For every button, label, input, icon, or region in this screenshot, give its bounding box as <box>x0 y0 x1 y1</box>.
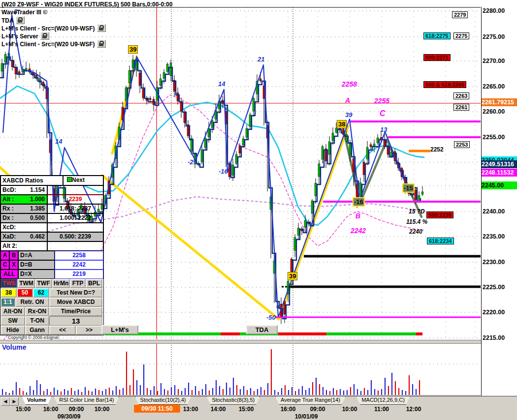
volume-bars <box>2 349 420 395</box>
title-line-1: WaveTrader III © <box>1 8 172 16</box>
price-target-label: 2261 <box>453 104 469 111</box>
price-tick: 2280.00 <box>483 7 505 14</box>
price-tick: 2275.00 <box>483 33 505 40</box>
panel-button-t-on[interactable]: T-ON <box>25 316 49 326</box>
time-tick: 14:00 <box>211 406 226 413</box>
tab-stochastic-10-2-4-[interactable]: Stochastic(10(2),4) <box>135 396 192 405</box>
ratio-row-target: 2239 <box>47 195 103 204</box>
panel-button-38[interactable]: 38 <box>0 288 17 298</box>
chart-annotation: C <box>380 109 386 118</box>
volume-gridlines <box>0 343 481 395</box>
tab-volume[interactable]: Volume <box>22 396 52 405</box>
price-target-label: 500 & 618:2265 <box>423 81 466 88</box>
panel-button-tws[interactable]: TWS <box>0 279 18 288</box>
title-line-text: L+M's Server <box>1 33 38 40</box>
next-target-swatch-icon <box>67 177 72 182</box>
price-badge: 2249.51316 <box>481 160 517 168</box>
panel-button-alt-on[interactable]: Alt-ON <box>0 307 25 316</box>
tab-rsi-color-line-bar-14-[interactable]: RSI Color Line Bar(14) <box>54 396 119 405</box>
title-line-2: TDA <box>1 16 172 24</box>
title-line-text: (W20 Z9-WSF - WIG20 INDEX FUTURES,5) 500… <box>1 1 172 8</box>
time-tick: 10:00 <box>95 406 110 413</box>
price-axis[interactable]: 2280.002275.002270.002265.002260.002255.… <box>481 0 517 420</box>
chart-annotation: 21 <box>258 56 264 63</box>
volume-canvas <box>0 343 481 396</box>
price-target-label: 618:2275 <box>423 32 451 39</box>
lock-icon[interactable] <box>97 40 106 48</box>
chart-annotation: 14 <box>218 80 225 88</box>
point-badge[interactable]: ALL <box>0 270 18 279</box>
point-badge[interactable]: X <box>9 260 18 270</box>
price-badge: 2261.79215 <box>481 98 517 106</box>
time-tick: 09:00 <box>310 406 325 413</box>
ratio-row-label: Dx :0.500 <box>0 213 47 223</box>
lock-icon[interactable] <box>97 24 106 32</box>
time-tick: 11:00 <box>374 406 389 413</box>
panel-button-test-new-d-[interactable]: Test New D=? <box>49 288 102 298</box>
panel-button-rx-on[interactable]: Rx-ON <box>25 307 49 316</box>
ratio-row-label: Alt 2: <box>0 241 47 251</box>
chart-annotation: 2242 <box>351 227 366 235</box>
time-tick: 16:00 <box>43 406 59 413</box>
time-tick: 15:00 <box>239 406 254 413</box>
xabcd-ratios-panel[interactable]: XABCD RatiosNext TargetBcD:1.154Alt :1.0… <box>0 175 104 335</box>
price-tick: 2270.00 <box>483 58 505 64</box>
point-badge[interactable]: A <box>0 251 9 260</box>
panel-button-gann[interactable]: Gann <box>25 326 49 335</box>
panel-button--[interactable]: << <box>49 326 76 335</box>
chart-annotation: 39 <box>345 111 352 119</box>
ratio-row-label: BcD:1.154 <box>0 185 47 195</box>
chart-annotation: -50 <box>266 314 276 321</box>
price-tick: 2240.00 <box>483 208 505 215</box>
title-line-text: L+M's Client - Src=(W20 U9-WSF) <box>1 25 95 32</box>
tab-scroll-right-icon[interactable]: ▶ <box>10 397 19 406</box>
panel-button-13[interactable]: 13 <box>49 316 102 326</box>
lock-icon[interactable] <box>40 32 49 40</box>
price-tick: 2225.00 <box>483 284 505 291</box>
panel-button-twm[interactable]: TWM <box>18 279 35 288</box>
point-badge[interactable]: B <box>9 251 18 260</box>
panel-button-hide[interactable]: Hide <box>0 326 25 335</box>
tab-stochastic-8-3-5-[interactable]: Stochastic(8(3),5) <box>206 396 260 405</box>
panel-button-ftp[interactable]: FTP <box>70 279 86 288</box>
time-tick: 10:00 <box>342 406 357 413</box>
panel-button-50[interactable]: 50 <box>17 288 33 298</box>
lock-icon[interactable] <box>16 16 25 24</box>
point-badge[interactable]: C <box>0 260 9 270</box>
pane-splitter[interactable] <box>0 340 517 344</box>
chart-title-block: (W20 Z9-WSF - WIG20 INDEX FUTURES,5) 500… <box>1 0 172 48</box>
panel-button-move-xabcd[interactable]: Move XABCD <box>49 298 102 307</box>
tda-button[interactable]: TDA <box>246 325 278 334</box>
title-line-3: L+M's Client - Src=(W20 U9-WSF) <box>1 24 172 32</box>
title-line-4: L+M's Server <box>1 32 172 40</box>
panel-button--[interactable]: >> <box>76 326 102 335</box>
price-target-label: 618:2234 <box>427 238 454 244</box>
price-target-label: 2275 <box>453 32 469 39</box>
volume-pane[interactable] <box>0 343 481 396</box>
tab-scroll-left-icon[interactable]: ◀ <box>1 397 10 406</box>
panel-button-62[interactable]: 62 <box>33 288 49 298</box>
panel-button-bpl[interactable]: BPL <box>86 279 102 288</box>
panel-button-sw-off[interactable]: SW OFF <box>0 316 25 326</box>
lms-button[interactable]: L+M's <box>101 325 138 334</box>
price-badge: 2248.11532 <box>481 169 517 177</box>
chart-annotation: 13 <box>380 126 387 133</box>
d-equals-label: D=B <box>18 260 55 270</box>
volume-pane-title: Volume <box>2 343 27 351</box>
tab-macd-12-26-9-c-[interactable]: MACD(12,26,9,C) <box>356 396 410 405</box>
title-line-0: (W20 Z9-WSF - WIG20 INDEX FUTURES,5) 500… <box>1 0 172 8</box>
panel-button-hrmn[interactable]: HrMn <box>52 279 70 288</box>
panel-button-retr-on[interactable]: Retr. ON <box>15 298 49 307</box>
tab-average-true-range-14-[interactable]: Average True Range(14) <box>275 396 346 405</box>
time-tick: 09:00 <box>69 406 84 413</box>
panel-button-twf[interactable]: TWF <box>35 279 52 288</box>
date-label: 09/30/09 <box>58 413 81 420</box>
panel-button-time-price[interactable]: Time/Price <box>49 307 102 316</box>
price-tick: 2265.00 <box>483 83 505 90</box>
panel-button-1-1[interactable]: 1:1 <box>0 298 15 307</box>
chart-annotation: -15 <box>402 183 415 193</box>
chart-annotation: 38 <box>337 120 347 128</box>
price-axis-border <box>481 7 482 396</box>
d-equals-value: 2219 <box>55 270 103 279</box>
price-target-label: 2253 <box>454 141 470 148</box>
